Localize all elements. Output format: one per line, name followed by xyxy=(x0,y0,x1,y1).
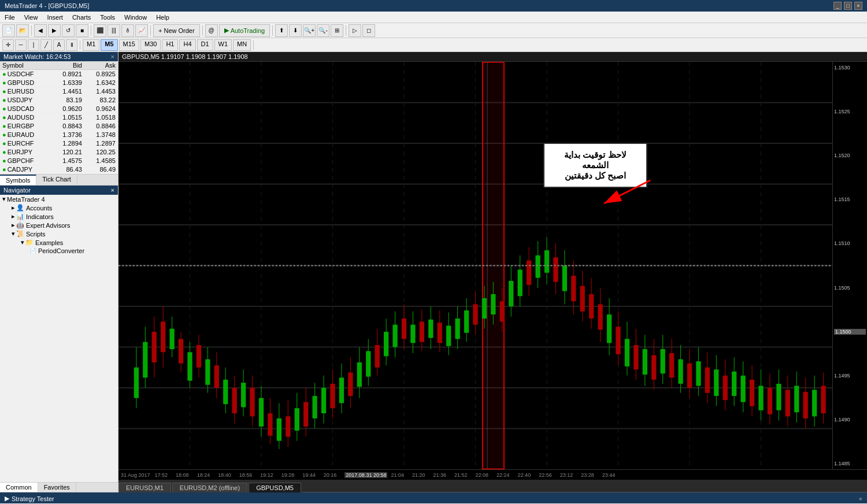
time-label: 23:44 xyxy=(602,472,616,478)
chart-zoom-in[interactable]: 🔍+ xyxy=(303,24,316,37)
market-watch-row[interactable]: ●EURJPY 120.21 120.25 xyxy=(0,148,118,157)
chart-down-button[interactable]: ⬇ xyxy=(289,24,302,37)
nav-expert-advisors[interactable]: ▸ 🤖 Expert Advisors xyxy=(0,221,118,229)
market-watch-row[interactable]: ●AUDUSD 1.0515 1.0518 xyxy=(0,113,118,122)
svg-rect-66 xyxy=(339,377,344,403)
chart-tab-gbpusd-m5[interactable]: GBPUSD,M5 xyxy=(249,483,301,492)
candle-button[interactable]: 🕯 xyxy=(121,24,134,37)
nav-scripts[interactable]: ▾ 📜 Scripts xyxy=(0,229,118,238)
svg-rect-154 xyxy=(723,376,728,400)
market-watch-row[interactable]: ●EURCHF 1.2894 1.2897 xyxy=(0,139,118,148)
market-watch-close[interactable]: × xyxy=(111,53,114,60)
at-button[interactable]: @ xyxy=(205,24,218,37)
time-label: 19:12 xyxy=(260,472,273,478)
chart-tab-eurusd-m2[interactable]: EURUSD,M2 (offline) xyxy=(172,483,247,492)
menu-window[interactable]: Window xyxy=(120,13,151,22)
tf-mn[interactable]: MN xyxy=(233,39,251,51)
svg-rect-30 xyxy=(179,339,183,363)
bid-cell: 83.19 xyxy=(51,96,84,105)
new-order-button[interactable]: +New Order xyxy=(153,24,200,37)
nav-label-period-converter: PeriodConverter xyxy=(38,247,84,254)
examples-folder-icon: 📁 xyxy=(25,239,34,246)
nav-indicators[interactable]: ▸ 📊 Indicators xyxy=(0,212,118,221)
line-button[interactable]: 📈 xyxy=(135,24,148,37)
minimize-button[interactable]: _ xyxy=(833,2,842,10)
crosshair-tool[interactable]: ✛ xyxy=(2,39,14,51)
open-button[interactable]: 📂 xyxy=(16,24,29,37)
tf-m30[interactable]: M30 xyxy=(140,39,161,51)
chart-tab-eurusd-m1[interactable]: EURUSD,M1 xyxy=(118,483,171,492)
autotrading-button[interactable]: ▶ AutoTrading xyxy=(219,24,271,37)
trendline-tool[interactable]: ╱ xyxy=(40,39,52,51)
nav-metatrader4[interactable]: ▾ MetaTrader 4 xyxy=(0,195,118,203)
tf-d1[interactable]: D1 xyxy=(197,39,213,51)
menu-charts[interactable]: Charts xyxy=(68,13,95,22)
stop-button[interactable]: ■ xyxy=(76,24,88,37)
navigator-title: Navigator xyxy=(3,187,31,194)
navigator-close[interactable]: × xyxy=(111,187,114,194)
tab-common[interactable]: Common xyxy=(0,483,38,492)
tab-symbols[interactable]: Symbols xyxy=(0,175,36,185)
expand-icon: ▾ xyxy=(2,195,6,203)
svg-rect-104 xyxy=(500,301,505,321)
market-watch-row[interactable]: ●USDJPY 83.19 83.22 xyxy=(0,96,118,105)
vline-tool[interactable]: | xyxy=(28,39,39,51)
menu-tools[interactable]: Tools xyxy=(95,13,120,22)
tf-h4[interactable]: H4 xyxy=(179,39,195,51)
period-sep-tool[interactable]: Ⅱ xyxy=(66,39,77,51)
market-watch-row[interactable]: ●GBPUSD 1.6339 1.6342 xyxy=(0,79,118,87)
menu-file[interactable]: File xyxy=(0,13,20,22)
tab-favorites[interactable]: Favorites xyxy=(38,483,76,492)
time-label: 31 Aug 2017 xyxy=(121,472,150,478)
st-close-btn[interactable]: × xyxy=(859,495,862,502)
market-watch-row[interactable]: ●CADJPY 86.43 86.49 xyxy=(0,165,118,174)
chart-tab-empty xyxy=(302,492,867,492)
market-watch-row[interactable]: ●GBPCHF 1.4575 1.4585 xyxy=(0,157,118,165)
tf-w1[interactable]: W1 xyxy=(214,39,232,51)
tf-m15[interactable]: M15 xyxy=(119,39,139,51)
symbol-cell: ●AUDUSD xyxy=(0,113,51,122)
market-watch-row[interactable]: ●EURAUD 1.3736 1.3748 xyxy=(0,131,118,139)
svg-rect-106 xyxy=(509,281,513,306)
market-watch-row[interactable]: ●EURUSD 1.4451 1.4453 xyxy=(0,87,118,96)
svg-rect-48 xyxy=(259,398,264,427)
tf-m1[interactable]: M1 xyxy=(83,39,99,51)
svg-rect-124 xyxy=(589,294,594,318)
nav-examples[interactable]: ▾ 📁 Examples xyxy=(0,238,118,247)
market-watch-row[interactable]: ●EURGBP 0.8843 0.8846 xyxy=(0,122,118,131)
forward-button[interactable]: ▶ xyxy=(48,24,61,37)
tf-h1[interactable]: H1 xyxy=(162,39,178,51)
refresh-button[interactable]: ↺ xyxy=(62,24,75,37)
chart-up-button[interactable]: ⬆ xyxy=(275,24,288,37)
nav-accounts[interactable]: ▸ 👤 Accounts xyxy=(0,203,118,212)
svg-rect-26 xyxy=(161,321,165,352)
time-label: 23:28 xyxy=(581,472,594,478)
tf-m5[interactable]: M5 xyxy=(101,39,117,51)
tab-tick-chart[interactable]: Tick Chart xyxy=(36,175,77,185)
svg-rect-78 xyxy=(392,325,397,347)
new-chart-button[interactable]: 📄 xyxy=(2,24,15,37)
back-button[interactable]: ◀ xyxy=(34,24,47,37)
bar-chart-button[interactable]: ||| xyxy=(108,24,120,37)
chart-zoom-out[interactable]: 🔍- xyxy=(317,24,329,37)
grid-button[interactable]: ⊞ xyxy=(331,24,343,37)
textlabel-tool[interactable]: A xyxy=(53,39,65,51)
ask-cell: 86.49 xyxy=(84,165,118,174)
chart-canvas[interactable]: لاحظ توقيت بداية الشمعه اصبح كل دقيقتين xyxy=(118,62,832,469)
close-button[interactable]: × xyxy=(854,2,862,10)
nav-period-converter[interactable]: 📄 PeriodConverter xyxy=(0,247,118,255)
svg-rect-64 xyxy=(330,384,335,408)
expert-stop[interactable]: ◻ xyxy=(362,24,375,37)
interval-button[interactable]: ⬛ xyxy=(94,24,106,37)
restore-button[interactable]: □ xyxy=(844,2,852,10)
menu-view[interactable]: View xyxy=(20,13,43,22)
menu-insert[interactable]: Insert xyxy=(42,13,68,22)
market-watch-row[interactable]: ●USDCAD 0.9620 0.9624 xyxy=(0,105,118,113)
price-level: 1.1520 xyxy=(834,153,866,158)
expert-start[interactable]: ▷ xyxy=(349,24,361,37)
menu-help[interactable]: Help xyxy=(151,13,174,22)
time-label: 21:04 xyxy=(391,472,404,478)
market-watch-row[interactable]: ●USDCHF 0.8921 0.8925 xyxy=(0,70,118,79)
hline-tool[interactable]: ─ xyxy=(15,39,27,51)
scripts-folder-icon: 📜 xyxy=(16,230,24,238)
